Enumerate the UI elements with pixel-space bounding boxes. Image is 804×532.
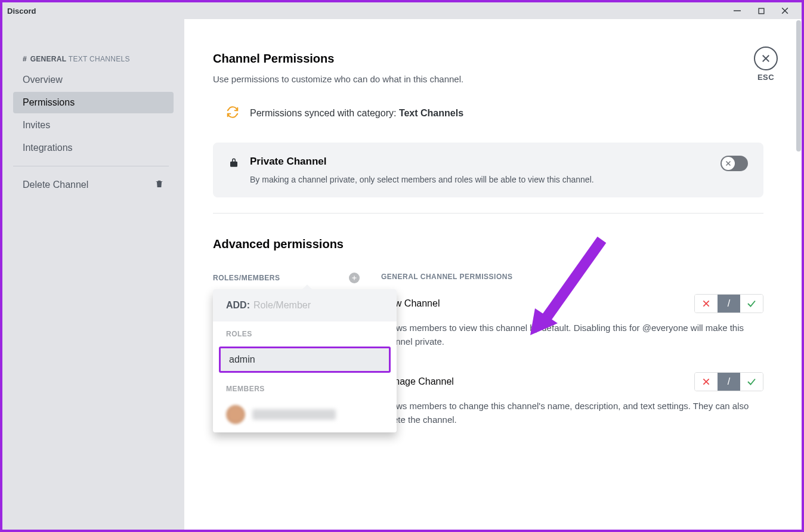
toggle-off-icon [725, 160, 732, 167]
neutral-button[interactable]: / [718, 295, 740, 313]
roles-members-column: ROLES/MEMBERS ADD: Role/Member [213, 273, 360, 450]
permission-toggle-manage-channel[interactable]: / [694, 372, 763, 391]
private-channel-box: Private Channel By making a channel priv… [213, 143, 763, 197]
titlebar: Discord [2, 2, 802, 19]
trash-icon [154, 179, 164, 191]
close-window-button[interactable] [773, 4, 797, 18]
allow-button[interactable] [740, 295, 763, 313]
scrollbar[interactable] [796, 20, 801, 151]
private-channel-toggle[interactable] [720, 156, 748, 171]
close-icon [760, 53, 771, 64]
deny-button[interactable] [695, 295, 718, 313]
sidebar-item-permissions[interactable]: Permissions [13, 92, 174, 113]
members-section-label: MEMBERS [226, 385, 384, 393]
svg-rect-1 [759, 8, 764, 14]
page-description: Use permissions to customize who can do … [213, 74, 763, 84]
minimize-button[interactable] [725, 4, 749, 18]
page-title: Channel Permissions [213, 52, 763, 66]
permissions-header-label: GENERAL CHANNEL PERMISSIONS [381, 273, 763, 281]
role-option-admin[interactable]: admin [219, 347, 391, 373]
sidebar-item-overview[interactable]: Overview [13, 69, 174, 91]
sidebar-item-integrations[interactable]: Integrations [13, 137, 174, 159]
avatar [226, 405, 245, 424]
permission-item-view-channel: View Channel / [381, 294, 763, 348]
divider [13, 166, 169, 166]
plus-icon [351, 274, 358, 282]
member-name [252, 409, 336, 420]
close-settings-button[interactable]: ESC [754, 47, 778, 82]
roles-header-label: ROLES/MEMBERS [213, 274, 280, 282]
roles-section-label: ROLES [226, 330, 384, 338]
sidebar: # GENERAL TEXT CHANNELS Overview Permiss… [2, 19, 184, 530]
member-option[interactable] [213, 401, 397, 432]
permission-item-manage-channel: Manage Channel / [381, 372, 763, 426]
hash-icon: # [23, 55, 27, 63]
permission-toggle-view-channel[interactable]: / [694, 294, 763, 313]
divider [213, 213, 763, 214]
sync-icon [226, 106, 239, 121]
allow-button[interactable] [740, 373, 763, 391]
maximize-button[interactable] [749, 4, 773, 18]
add-role-button[interactable] [349, 273, 360, 283]
role-search-input[interactable]: Role/Member [253, 300, 311, 311]
advanced-title: Advanced permissions [213, 237, 763, 251]
lock-icon [228, 156, 239, 171]
sidebar-item-invites[interactable]: Invites [13, 115, 174, 136]
window-title: Discord [7, 7, 36, 16]
sidebar-header: # GENERAL TEXT CHANNELS [13, 55, 174, 63]
deny-button[interactable] [695, 373, 718, 391]
sidebar-item-delete-channel[interactable]: Delete Channel [13, 174, 174, 196]
add-role-popout: ADD: Role/Member ROLES admin MEMBERS [213, 289, 397, 432]
content-area: ESC Channel Permissions Use permissions … [184, 19, 802, 530]
private-title: Private Channel [250, 156, 594, 168]
neutral-button[interactable]: / [718, 373, 740, 391]
permissions-column: GENERAL CHANNEL PERMISSIONS View Channel… [381, 273, 763, 450]
popout-search: ADD: Role/Member [213, 289, 397, 321]
window-controls [725, 4, 797, 18]
private-description: By making a channel private, only select… [250, 175, 594, 184]
sync-status: Permissions synced with category: Text C… [213, 106, 763, 121]
